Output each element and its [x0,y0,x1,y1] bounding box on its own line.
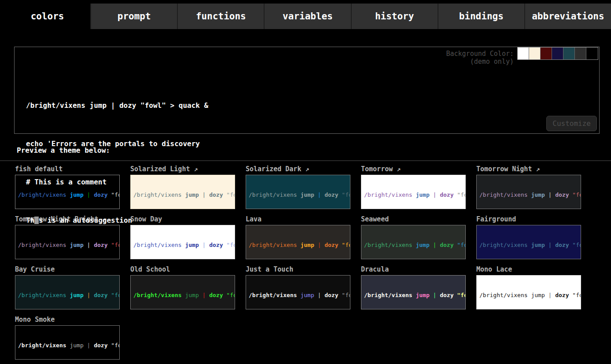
code-segment: dozy [440,191,457,198]
code-segment: | [314,191,324,198]
code-segment: "fowl" > quack & [226,191,235,198]
code-segment: /bright/vixens [479,292,531,298]
code-segment: dozy [555,292,572,298]
code-segment: dozy [324,242,342,248]
code-segment: jump [70,292,83,298]
code-segment: "fowl" > quack & [111,342,120,349]
theme-title: Solarized Dark ↗ [246,165,350,173]
code-segment: "fowl" > quack & [226,242,235,248]
tab-colors[interactable]: colors [4,4,91,29]
code-segment: /bright/vixens [479,242,531,248]
theme-title: Bay Cruise [15,265,120,274]
theme-card-mono-smoke[interactable]: /bright/vixens jump | dozy "fowl" > quac… [15,325,120,360]
theme-card-mono-lace[interactable]: /bright/vixens jump | dozy "fowl" > quac… [476,275,581,309]
background-color-swatches [517,47,598,60]
code-segment: /bright/vixens [249,191,300,198]
code-segment: dozy [555,242,572,248]
theme-card-tomorrow[interactable]: /bright/vixens jump | dozy "fowl" > quac… [361,175,466,209]
code-segment: | [430,292,440,298]
terminal-preview-panel: Background Color: (demo only) /bright/vi… [14,47,600,134]
code-segment: "fowl" > quack & [572,191,581,198]
preview-line-string: echo 'Errors are the portals to discover… [26,137,208,150]
tab-abbreviations[interactable]: abbreviations [525,4,611,29]
code-segment: /bright/vixens [18,292,70,298]
card-line-command: /bright/vixens jump | dozy "fowl" > quac… [479,191,578,199]
card-line-command: /bright/vixens jump | dozy "fowl" > quac… [364,242,463,249]
code-segment: jump [300,191,314,198]
code-segment: dozy [209,292,226,298]
background-swatch-3[interactable] [552,48,563,59]
code-segment: /bright/vixens [249,242,300,248]
code-segment: jump [70,342,83,349]
code-segment: jump [416,242,429,248]
card-line-command: /bright/vixens jump | dozy "fowl" > quac… [479,292,578,299]
tab-variables[interactable]: variables [265,4,351,29]
code-segment: dozy [555,191,572,198]
code-segment: "fowl" > quack & [457,191,466,198]
background-swatch-2[interactable] [541,48,552,59]
theme-card-tomorrow-night[interactable]: /bright/vixens jump | dozy "fowl" > quac… [476,175,581,209]
code-segment: | [84,342,94,349]
code-segment: | [545,292,555,298]
card-line-command: /bright/vixens jump | dozy "fowl" > quac… [18,342,117,349]
background-swatch-5[interactable] [575,48,586,59]
code-segment: /bright/vixens [364,242,416,248]
code-segment: dozy [209,191,226,198]
theme-card-solarized-dark[interactable]: /bright/vixens jump | dozy "fowl" > quac… [246,175,350,209]
preview-line-comment: # This is a comment [26,176,208,188]
card-line-command: /bright/vixens jump | dozy "fowl" > quac… [479,242,578,249]
theme-title: Dracula [361,265,466,274]
theme-title: Seaweed [361,215,466,224]
code-segment: | [84,292,94,298]
code-segment: "fowl" > quack & [572,242,581,248]
code-segment: | [430,242,440,248]
tab-history[interactable]: history [352,4,438,29]
code-segment: dozy [94,342,111,349]
theme-card-just-a-touch[interactable]: /bright/vixens jump | dozy "fowl" > quac… [246,275,350,309]
theme-card-lava[interactable]: /bright/vixens jump | dozy "fowl" > quac… [246,225,350,259]
preview-line-command: /bright/vixens jump | dozy "fowl" > quac… [26,99,208,112]
background-color-label-line2: (demo only) [446,58,514,66]
background-swatch-0[interactable] [518,48,529,59]
theme-card-seaweed[interactable]: /bright/vixens jump | dozy "fowl" > quac… [361,225,466,259]
code-segment: jump [531,191,545,198]
theme-cell: Bay Cruise /bright/vixens jump | dozy "f… [15,265,120,309]
card-line-command: /bright/vixens jump | dozy "fowl" > quac… [18,292,117,299]
card-line-command: /bright/vixens jump | dozy "fowl" > quac… [364,292,463,299]
code-segment: /bright/vixens [364,292,416,298]
theme-card-dracula[interactable]: /bright/vixens jump | dozy "fowl" > quac… [361,275,466,309]
code-segment: "fowl" > quack & [457,242,466,248]
code-segment: jump [300,242,314,248]
code-segment: /bright/vixens [133,292,185,298]
card-line-command: /bright/vixens jump | dozy "fowl" > quac… [133,292,232,299]
theme-cell: Tomorrow Night ↗ /bright/vixens jump | d… [476,165,581,209]
theme-card-old-school[interactable]: /bright/vixens jump | dozy "fowl" > quac… [130,275,235,309]
code-segment: "fowl" > quack & [342,191,350,198]
card-line-command: /bright/vixens jump | dozy "fowl" > quac… [249,191,347,199]
card-line-command: /bright/vixens jump | dozy "fowl" > quac… [249,242,347,249]
background-swatch-6[interactable] [586,48,598,59]
theme-cell: Just a Touch /bright/vixens jump | dozy … [246,265,350,309]
theme-card-bay-cruise[interactable]: /bright/vixens jump | dozy "fowl" > quac… [15,275,120,309]
theme-cell: Fairground /bright/vixens jump | dozy "f… [476,215,581,259]
background-swatch-1[interactable] [529,48,541,59]
theme-cell: Seaweed /bright/vixens jump | dozy "fowl… [361,215,466,259]
code-segment: "fowl" > quack & [342,292,350,298]
tab-bindings[interactable]: bindings [438,4,525,29]
background-color-label: Background Color: (demo only) [446,50,514,66]
theme-title: Fairground [476,215,581,224]
theme-title: Old School [130,265,235,274]
code-segment: jump [416,292,429,298]
code-segment: "fowl" > quack & [111,292,120,298]
tab-functions[interactable]: functions [178,4,265,29]
code-segment: /bright/vixens [18,342,70,349]
theme-cell: Mono Smoke /bright/vixens jump | dozy "f… [15,316,120,360]
theme-card-fairground[interactable]: /bright/vixens jump | dozy "fowl" > quac… [476,225,581,259]
tab-prompt[interactable]: prompt [91,4,178,29]
theme-cell: Lava /bright/vixens jump | dozy "fowl" >… [246,215,350,259]
background-swatch-4[interactable] [563,48,575,59]
customize-button[interactable]: Customize [546,116,597,131]
card-line-command: /bright/vixens jump | dozy "fowl" > quac… [249,292,347,299]
cursor-block [34,217,39,224]
code-segment: "fowl" > quack & [342,242,350,248]
